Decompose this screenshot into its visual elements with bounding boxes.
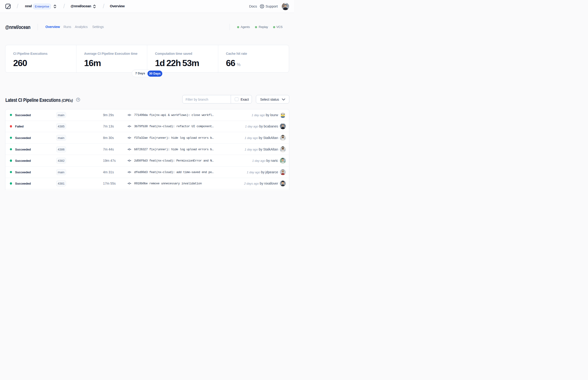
svg-text:?: ? <box>77 98 79 101</box>
